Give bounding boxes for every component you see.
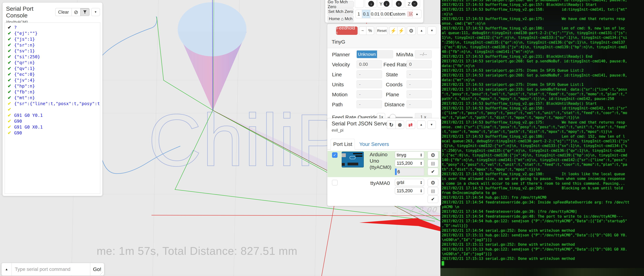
chilipeppr-workspace: ChiliPeppr (0, 0, 644, 276)
console-log-row: ✔{"qv":1} (8, 65, 100, 71)
jog-z-label: Z (408, 1, 410, 7)
bolt-icon[interactable]: ⚡ (389, 26, 397, 35)
close-circle-icon[interactable]: ⊗ (396, 121, 404, 129)
mch-label: Mch (344, 16, 352, 21)
jog-y-down-button[interactable]: Y↓ (378, 0, 391, 8)
buffer-select-ttyama0[interactable]: grbl ▲▼ (395, 179, 424, 186)
step-1-button[interactable]: 1 (356, 10, 362, 18)
reconnect-icon[interactable]: ⇄ (406, 121, 415, 129)
baud-select-ttyacm0[interactable]: 115,200 ▲▼ (395, 159, 424, 167)
spjs-panel-down-caret[interactable]: ▼ (427, 121, 436, 129)
console-clear-button[interactable]: Clear (55, 8, 72, 16)
step-0p1-button[interactable]: 0.1 (362, 10, 370, 18)
port-send-check-ttyacm0[interactable]: ✔ (428, 168, 438, 175)
console-block-icon[interactable]: ⊘ (72, 8, 80, 16)
check-icon: ✔ (8, 78, 14, 83)
cycle-start-button[interactable]: ~ (359, 26, 366, 35)
console-command-text: {"sv":1} (14, 48, 35, 53)
check-icon: ✔ (8, 130, 14, 136)
console-command-text: {"jv":4} (14, 78, 35, 83)
reset-button[interactable]: Reset (376, 26, 388, 35)
step-custom-button[interactable]: Custom 10 (392, 10, 413, 18)
tinyg-gear-icon[interactable]: ⚙ (407, 26, 416, 35)
port-name-line2: Uno (370, 158, 391, 164)
spjs-panel-up-caret[interactable]: ▲ (417, 121, 426, 129)
step-0p01-button[interactable]: 0.01 (370, 10, 380, 18)
set-mch-zero-button[interactable]: Set Mch Zero (328, 8, 354, 15)
console-dropdown-caret[interactable]: ▼ (91, 8, 100, 16)
port-buffer-icon-ttyacm0[interactable]: ▤ (428, 159, 438, 167)
home-icon: ⌂ (341, 16, 344, 21)
jog-z-minus-button[interactable]: Z− (405, 0, 420, 8)
tab-your-servers[interactable]: Your Servers (359, 141, 389, 147)
port-input-value: 6 (398, 169, 400, 174)
port-name-ttyacm0: Arduino Uno (ttyACM0) (370, 151, 391, 170)
port-command-input-ttyacm0[interactable]: 6 (395, 168, 424, 176)
bolt-disabled-icon[interactable]: ⚡ (397, 26, 405, 35)
check-icon: ✔ (8, 89, 14, 95)
console-log-row: ✔{"sr":{"line":t,"posx":t,"posy":t,"posz… (8, 101, 100, 107)
home-mch-button[interactable]: Home ⌂ Mch (328, 15, 354, 22)
console-command-text: {"sr":{"line":t,"posx":t,"posy":t,"posz"… (14, 101, 100, 106)
y-down-icon: ↓ (384, 1, 390, 7)
tinyg-title: TinyG (332, 39, 345, 45)
console-title: Serial Port Console (6, 5, 55, 19)
goto-mch-zero-button[interactable]: Go To Mch Zero (328, 1, 354, 7)
port-gear-icon-ttyama0[interactable]: ⚙ (428, 179, 438, 186)
tinyg-panel-up-caret[interactable]: ▲ (417, 26, 426, 35)
console-command-text: G90 (14, 131, 22, 136)
path-value: - (356, 100, 382, 108)
command-go-button[interactable]: Go! ⋰ (90, 263, 104, 276)
check-icon: ✔ (8, 60, 14, 65)
select-updown-icon: ▲▼ (420, 161, 422, 165)
tinyg-panel-down-caret[interactable]: ▼ (428, 26, 436, 35)
line-label: Line (332, 72, 342, 78)
console-filter-icon[interactable] (80, 8, 90, 16)
console-command-text: {"hp":n} (14, 84, 35, 89)
command-history-button[interactable]: ▲ (2, 263, 12, 276)
refresh-icon[interactable]: ↻ (387, 121, 396, 129)
port-checkbox-ttyama0[interactable] (332, 180, 338, 185)
text-cursor (395, 168, 397, 175)
jog-button-2[interactable]: ↓ (365, 0, 376, 8)
home-label: Home (329, 16, 340, 21)
terminal-cursor (442, 261, 444, 266)
port-send-check-ttyama0[interactable]: ✔ (428, 195, 438, 203)
check-icon: ✔ (8, 48, 14, 54)
spjs-host: evil_pi (332, 128, 344, 133)
collapse-caret-button[interactable]: ▲ (413, 10, 422, 18)
state-value: - (406, 70, 432, 78)
jog-button-4[interactable]: ↑ (392, 0, 404, 8)
queue-flush-button[interactable]: % (366, 26, 374, 35)
tab-port-list[interactable]: Port List (331, 139, 355, 149)
gcode-path (96, 16, 180, 174)
port-gear-icon-ttyacm0[interactable]: ⚙ (428, 151, 438, 159)
serial-command-input[interactable] (12, 263, 90, 276)
check-icon: ✔ (8, 119, 14, 124)
console-command-text: {"mt":n} (14, 95, 35, 100)
console-log-list[interactable]: ✔?✔{"ej":""}✔{"js":1}✔{"sr":n}✔{"sv":1}✔… (5, 22, 100, 194)
ssh-terminal[interactable]: 2017/02/21 17:14:53 serialport.go:268: G… (440, 0, 644, 276)
spjs-title-text: Serial Port JSON Server (332, 121, 390, 127)
console-log-row: ✔ (8, 107, 100, 112)
baud-select-ttyama0[interactable]: 115,200 ▲▼ (395, 187, 424, 194)
path-label: Path (332, 102, 343, 108)
motion-label: Motion (332, 92, 348, 98)
console-log-row: ✔G90 (8, 118, 100, 124)
baud-value: 115,200 (397, 160, 412, 166)
feedhold-button[interactable]: Feedhold ! (336, 26, 358, 35)
port-buffer-icon-ttyama0[interactable]: ▤ (428, 187, 438, 195)
buffer-select-ttyacm0[interactable]: tinyg ▲▼ (395, 151, 424, 158)
console-log-row: ✔{"si":250} (8, 54, 100, 60)
port-checkbox-ttyacm0[interactable]: ✓ (332, 152, 338, 158)
feedrate-label: Feed Rate (384, 62, 408, 68)
serial-command-bar: ▲ Go! ⋰ (2, 263, 104, 276)
console-log-row: ✔G91 G0 Y0.1 (8, 112, 100, 118)
jog-button-1[interactable] (355, 0, 364, 8)
velocity-value: 0.00 (356, 60, 382, 68)
select-updown-icon: ▲▼ (420, 189, 422, 193)
console-log-row: ✔{"ec":0} (8, 71, 100, 77)
jog-arrow-icon: ↓ (368, 1, 374, 7)
console-log-row: ✔? (8, 24, 100, 30)
resize-grip-icon[interactable]: ⋰ (100, 271, 103, 275)
